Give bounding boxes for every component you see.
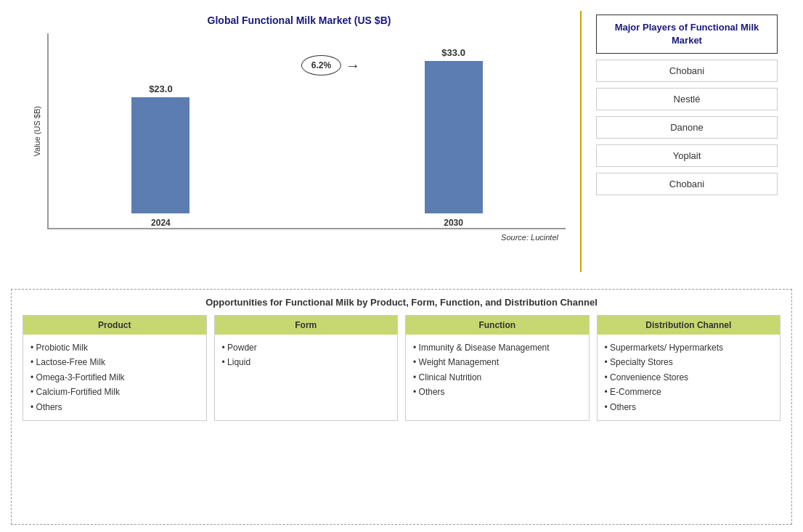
bar-label-2030: 2030 [444,218,463,228]
distribution-item-3: • Convenience Stores [605,370,773,385]
function-item-4: • Others [413,385,582,399]
player-item-3: Danone [596,116,778,139]
product-item-2: • Lactose-Free Milk [30,355,199,369]
right-panel: Major Players of Functional Milk Market … [582,7,792,283]
players-title: Major Players of Functional Milk Market [596,15,778,54]
chart-wrapper: Value (US $B) 6.2% → [33,33,566,229]
opportunities-title: Opportunities for Functional Milk by Pro… [23,297,780,308]
player-item-1: Chobani [596,60,778,82]
distribution-body: • Supermarkets/ Hypermarkets • Specialty… [598,335,780,420]
y-axis-label: Value (US $B) [33,106,41,157]
chart-inner: 6.2% → $23.0 2024 [47,33,566,229]
bottom-section: Opportunities for Functional Milk by Pro… [11,289,792,525]
chart-title: Global Functional Milk Market (US $B) [208,15,391,26]
form-item-1: • Powder [222,340,391,355]
product-item-3: • Omega-3-Fortified Milk [30,370,199,385]
distribution-item-1: • Supermarkets/ Hypermarkets [605,340,773,355]
chart-area: Global Functional Milk Market (US $B) Va… [11,7,580,283]
top-section: Global Functional Milk Market (US $B) Va… [11,7,792,283]
product-column: Product • Probiotic Milk • Lactose-Free … [23,315,207,421]
player-item-2: Nestlé [596,88,778,110]
growth-value: 6.2% [311,60,331,70]
columns-grid: Product • Probiotic Milk • Lactose-Free … [23,315,780,421]
product-item-5: • Others [30,400,199,414]
distribution-item-4: • E-Commerce [605,385,773,399]
bar-2024 [131,97,189,213]
form-body: • Powder • Liquid [215,335,398,420]
bar-group-2030: $33.0 2030 [356,47,551,228]
bar-value-2030: $33.0 [441,47,465,58]
distribution-item-2: • Specialty Stores [605,355,773,369]
form-item-2: • Liquid [222,355,391,369]
source-label: Source: Lucintel [33,233,566,242]
function-item-1: • Immunity & Disease Management [413,340,582,355]
function-body: • Immunity & Disease Management • Weight… [406,335,589,420]
distribution-header: Distribution Channel [598,316,780,335]
product-body: • Probiotic Milk • Lactose-Free Milk • O… [23,335,206,420]
growth-ellipse: 6.2% [301,55,341,75]
growth-arrow: → [346,57,360,74]
function-column: Function • Immunity & Disease Management… [405,315,590,421]
bar-group-2024: $23.0 2024 [63,83,258,228]
bar-value-2024: $23.0 [149,83,173,94]
function-header: Function [406,316,589,335]
form-column: Form • Powder • Liquid [214,315,399,421]
function-item-3: • Clinical Nutrition [413,370,582,385]
distribution-item-5: • Others [605,400,773,414]
function-item-2: • Weight Management [413,355,582,369]
bar-2030 [425,61,483,213]
growth-annotation: 6.2% → [301,55,360,75]
product-header: Product [23,316,206,335]
bars-area: 6.2% → $23.0 2024 [47,33,566,229]
distribution-column: Distribution Channel • Supermarkets/ Hyp… [597,315,781,421]
player-item-5: Chobani [596,173,778,195]
form-header: Form [215,316,398,335]
main-container: Global Functional Milk Market (US $B) Va… [0,0,803,532]
bar-label-2024: 2024 [151,218,171,228]
product-item-4: • Calcium-Fortified Milk [30,385,199,399]
product-item-1: • Probiotic Milk [30,340,199,355]
player-item-4: Yoplait [596,144,778,167]
